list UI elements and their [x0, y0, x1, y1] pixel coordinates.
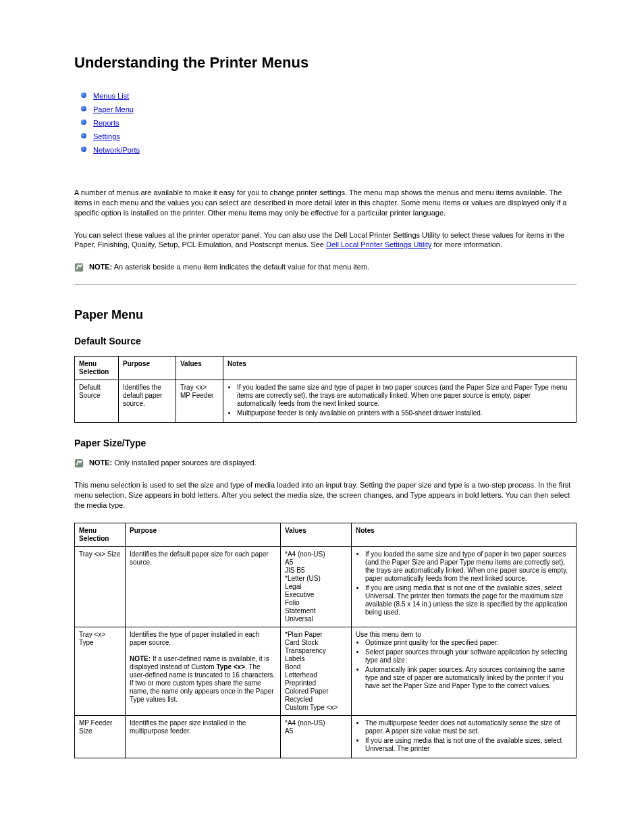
val: *Plain Paper	[285, 631, 323, 638]
nav-paper-menu[interactable]: Paper Menu	[93, 105, 134, 113]
cell-menu: MP Feeder Size	[75, 715, 126, 758]
val: Preprinted	[285, 679, 316, 687]
val-tray: Tray <x>	[180, 384, 207, 391]
cell-notes: The multipurpose feeder does not automat…	[352, 715, 576, 758]
table-row: Default Source Identifies the default pa…	[75, 380, 576, 423]
note2-label: NOTE:	[89, 459, 112, 467]
tray-x: Tray <x>	[79, 550, 105, 558]
inline-note-bold: Type <x>	[216, 663, 245, 671]
list-item: Automatically link paper sources. Any so…	[365, 666, 572, 690]
cell-values: *A4 (non-US) A5	[281, 715, 352, 758]
table-row: Tray <x> Type Identifies the type of pap…	[75, 627, 576, 715]
nav-menus-list[interactable]: Menus List	[93, 92, 129, 100]
th-menu: Menu Selection	[75, 357, 119, 380]
notes-pre: Use this menu item to	[356, 631, 421, 638]
purpose-text: Identifies the type of paper installed i…	[130, 631, 259, 646]
val: Transparency	[285, 647, 326, 654]
cell-values: *A4 (non-US) A5 JIS B5 *Letter (US) Lega…	[281, 546, 352, 627]
menu-suffix: Size	[105, 550, 120, 558]
paper-size-type-paragraph: This menu selection is used to set the s…	[74, 480, 576, 511]
note1-label: NOTE:	[89, 263, 112, 271]
nav-settings[interactable]: Settings	[93, 132, 120, 140]
val: JIS B5	[285, 567, 304, 574]
list-item: Optimize print quality for the specified…	[365, 639, 572, 647]
th-purpose: Purpose	[126, 523, 281, 546]
cell-notes: If you loaded the same size and type of …	[223, 380, 576, 423]
note-1: NOTE: An asterisk beside a menu item ind…	[74, 262, 576, 272]
th-menu: Menu Selection	[75, 523, 126, 546]
table-row: MP Feeder Size Identifies the paper size…	[75, 715, 576, 758]
tray-x: Tray <x>	[79, 631, 105, 638]
val: Bond	[285, 663, 300, 671]
intro2-after: for more information.	[431, 240, 502, 249]
list-item: If you are using media that is not one o…	[365, 584, 572, 617]
list-item: If you are using media that is not one o…	[365, 737, 572, 753]
list-item: If you loaded the same size and type of …	[365, 550, 572, 583]
intro-paragraph-2: You can select these values at the print…	[74, 230, 576, 251]
val: Card Stock	[285, 639, 318, 646]
cell-values: Tray <x> MP Feeder	[176, 380, 223, 423]
nav-list: Menus List Paper Menu Reports Settings N…	[81, 92, 576, 154]
subsection-paper-size-type: Paper Size/Type	[74, 438, 576, 448]
page-title: Understanding the Printer Menus	[74, 54, 576, 72]
th-notes: Notes	[223, 357, 576, 380]
cell-purpose: Identifies the default paper source.	[119, 380, 176, 423]
val: *A4 (non-US)	[285, 550, 325, 558]
val-mp: MP Feeder	[180, 392, 213, 399]
th-notes: Notes	[352, 523, 576, 546]
val: Executive	[285, 591, 314, 598]
cell-purpose: Identifies the paper size installed in t…	[126, 715, 281, 758]
val: Statement	[285, 607, 316, 615]
th-purpose: Purpose	[119, 357, 176, 380]
cell-purpose: Identifies the type of paper installed i…	[126, 627, 281, 715]
list-item: Select paper sources through your softwa…	[365, 648, 572, 664]
type-x: Type <x>	[310, 704, 338, 711]
cell-menu: Tray <x> Size	[75, 546, 126, 627]
list-item: If you loaded the same size and type of …	[237, 384, 572, 408]
val: Folio	[285, 599, 300, 606]
table-default-source: Menu Selection Purpose Values Notes Defa…	[74, 356, 576, 423]
subsection-default-source: Default Source	[74, 336, 576, 346]
table-row: Tray <x> Size Identifies the default pap…	[75, 546, 576, 627]
cell-purpose: Identifies the default paper size for ea…	[126, 546, 281, 627]
th-values: Values	[281, 523, 352, 546]
note-2: NOTE: Only installed paper sources are d…	[74, 458, 576, 468]
nav-reports[interactable]: Reports	[93, 119, 119, 127]
note-icon	[74, 263, 84, 272]
note-icon	[74, 459, 84, 468]
val: *Letter (US)	[285, 575, 321, 582]
table-paper-size-type: Menu Selection Purpose Values Notes Tray…	[74, 523, 576, 758]
cell-notes: If you loaded the same size and type of …	[352, 546, 576, 627]
val: Letterhead	[285, 671, 317, 679]
val: Recycled	[285, 696, 313, 703]
intro-paragraph-1: A number of menus are available to make …	[74, 188, 576, 218]
intro2-link[interactable]: Dell Local Printer Settings Utility	[326, 240, 432, 249]
cell-menu: Tray <x> Type	[75, 627, 126, 715]
inline-note-label: NOTE:	[130, 655, 151, 662]
list-item: Multipurpose feeder is only available on…	[237, 409, 572, 417]
val: Custom	[285, 704, 310, 711]
menu-suffix: Type	[79, 639, 94, 646]
val: Legal	[285, 583, 301, 590]
val: A5	[285, 558, 293, 566]
val: Labels	[285, 655, 304, 662]
table-header-row: Menu Selection Purpose Values Notes	[75, 357, 576, 380]
section-paper-menu: Paper Menu	[74, 308, 576, 322]
val: Colored Paper	[285, 687, 328, 695]
val: *A4 (non-US)	[285, 719, 325, 727]
note1-text: An asterisk beside a menu item indicates…	[112, 263, 369, 271]
cell-values: *Plain Paper Card Stock Transparency Lab…	[281, 627, 352, 715]
cell-menu: Default Source	[75, 380, 119, 423]
cell-notes: Use this menu item to Optimize print qua…	[352, 627, 576, 715]
val: Universal	[285, 615, 313, 623]
val: A5	[285, 727, 293, 735]
nav-network[interactable]: Network/Ports	[93, 146, 140, 154]
list-item: The multipurpose feeder does not automat…	[365, 719, 572, 735]
table-header-row: Menu Selection Purpose Values Notes	[75, 523, 576, 546]
th-values: Values	[176, 357, 223, 380]
divider	[74, 284, 576, 285]
note2-text: Only installed paper sources are display…	[112, 459, 256, 467]
